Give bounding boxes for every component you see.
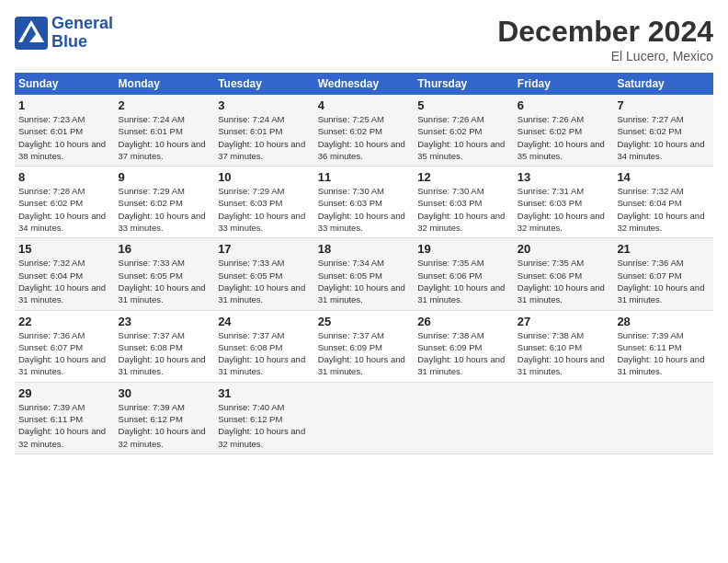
day-cell: 26 Sunrise: 7:38 AMSunset: 6:09 PMDaylig… (414, 310, 514, 382)
day-number: 10 (218, 170, 311, 184)
day-cell: 1 Sunrise: 7:23 AMSunset: 6:01 PMDayligh… (15, 95, 115, 167)
day-cell: 16 Sunrise: 7:33 AMSunset: 6:05 PMDaylig… (115, 238, 215, 310)
day-info: Sunrise: 7:23 AMSunset: 6:01 PMDaylight:… (18, 113, 111, 162)
subtitle: El Lucero, Mexico (497, 49, 713, 63)
day-number: 12 (417, 170, 510, 184)
day-cell: 10 Sunrise: 7:29 AMSunset: 6:03 PMDaylig… (214, 167, 314, 238)
day-info: Sunrise: 7:40 AMSunset: 6:12 PMDaylight:… (218, 401, 311, 450)
day-cell: 4 Sunrise: 7:25 AMSunset: 6:02 PMDayligh… (314, 95, 415, 167)
day-cell: 20 Sunrise: 7:35 AMSunset: 6:06 PMDaylig… (514, 238, 614, 310)
day-cell: 13 Sunrise: 7:31 AMSunset: 6:03 PMDaylig… (514, 167, 614, 238)
logo: General Blue (15, 15, 113, 52)
day-cell: 3 Sunrise: 7:24 AMSunset: 6:01 PMDayligh… (214, 95, 314, 167)
header-cell-sunday: Sunday (15, 73, 115, 95)
day-number: 18 (318, 242, 411, 256)
title-block: December 2024 El Lucero, Mexico (497, 15, 713, 63)
day-info: Sunrise: 7:26 AMSunset: 6:02 PMDaylight:… (417, 113, 510, 162)
day-number: 11 (318, 170, 411, 184)
day-cell: 22 Sunrise: 7:36 AMSunset: 6:07 PMDaylig… (15, 310, 115, 382)
day-number: 6 (518, 98, 610, 112)
day-cell: 6 Sunrise: 7:26 AMSunset: 6:02 PMDayligh… (514, 95, 614, 167)
header-cell-wednesday: Wednesday (314, 73, 415, 95)
day-cell: 30 Sunrise: 7:39 AMSunset: 6:12 PMDaylig… (115, 382, 215, 454)
day-info: Sunrise: 7:38 AMSunset: 6:09 PMDaylight:… (417, 329, 510, 378)
day-number: 23 (119, 315, 211, 328)
day-info: Sunrise: 7:39 AMSunset: 6:11 PMDaylight:… (617, 329, 710, 378)
week-row-5: 29 Sunrise: 7:39 AMSunset: 6:11 PMDaylig… (15, 382, 713, 454)
day-info: Sunrise: 7:29 AMSunset: 6:03 PMDaylight:… (218, 185, 311, 234)
day-number: 4 (318, 98, 411, 112)
day-info: Sunrise: 7:30 AMSunset: 6:03 PMDaylight:… (318, 185, 411, 234)
day-number: 9 (119, 170, 211, 184)
day-number: 19 (417, 242, 510, 256)
day-cell: 24 Sunrise: 7:37 AMSunset: 6:08 PMDaylig… (214, 310, 314, 382)
day-number: 29 (18, 386, 111, 400)
day-info: Sunrise: 7:39 AMSunset: 6:12 PMDaylight:… (119, 401, 211, 450)
day-number: 20 (518, 242, 610, 256)
day-cell: 15 Sunrise: 7:32 AMSunset: 6:04 PMDaylig… (15, 238, 115, 310)
day-info: Sunrise: 7:28 AMSunset: 6:02 PMDaylight:… (18, 185, 111, 234)
logo-line2: Blue (51, 33, 113, 52)
day-number: 17 (218, 242, 311, 256)
day-cell: 9 Sunrise: 7:29 AMSunset: 6:02 PMDayligh… (115, 167, 215, 238)
day-cell: 27 Sunrise: 7:38 AMSunset: 6:10 PMDaylig… (514, 310, 614, 382)
day-info: Sunrise: 7:31 AMSunset: 6:03 PMDaylight:… (518, 185, 610, 234)
day-number: 16 (119, 242, 211, 256)
day-cell: 12 Sunrise: 7:30 AMSunset: 6:03 PMDaylig… (414, 167, 514, 238)
week-row-1: 1 Sunrise: 7:23 AMSunset: 6:01 PMDayligh… (15, 95, 713, 167)
day-info: Sunrise: 7:32 AMSunset: 6:04 PMDaylight:… (617, 185, 710, 234)
day-number: 7 (617, 98, 710, 112)
header-cell-tuesday: Tuesday (214, 73, 314, 95)
day-cell: 21 Sunrise: 7:36 AMSunset: 6:07 PMDaylig… (613, 238, 713, 310)
day-cell (414, 382, 514, 454)
day-cell: 11 Sunrise: 7:30 AMSunset: 6:03 PMDaylig… (314, 167, 415, 238)
day-info: Sunrise: 7:24 AMSunset: 6:01 PMDaylight:… (218, 113, 311, 162)
day-info: Sunrise: 7:30 AMSunset: 6:03 PMDaylight:… (417, 185, 510, 234)
logo-icon (15, 17, 48, 50)
day-number: 26 (417, 315, 510, 328)
day-cell (514, 382, 614, 454)
day-info: Sunrise: 7:35 AMSunset: 6:06 PMDaylight:… (518, 257, 610, 305)
day-info: Sunrise: 7:37 AMSunset: 6:09 PMDaylight:… (318, 329, 411, 378)
day-number: 2 (119, 98, 211, 112)
day-info: Sunrise: 7:33 AMSunset: 6:05 PMDaylight:… (119, 257, 211, 305)
day-number: 3 (218, 98, 311, 112)
day-info: Sunrise: 7:39 AMSunset: 6:11 PMDaylight:… (18, 401, 111, 450)
day-number: 27 (518, 315, 610, 328)
day-cell (314, 382, 415, 454)
day-number: 5 (417, 98, 510, 112)
day-info: Sunrise: 7:36 AMSunset: 6:07 PMDaylight:… (18, 329, 111, 378)
day-info: Sunrise: 7:24 AMSunset: 6:01 PMDaylight:… (119, 113, 211, 162)
calendar-table: SundayMondayTuesdayWednesdayThursdayFrid… (15, 73, 713, 454)
day-cell: 17 Sunrise: 7:33 AMSunset: 6:05 PMDaylig… (214, 238, 314, 310)
day-cell: 8 Sunrise: 7:28 AMSunset: 6:02 PMDayligh… (15, 167, 115, 238)
day-number: 31 (218, 386, 311, 400)
page-header: General Blue December 2024 El Lucero, Me… (15, 15, 713, 63)
week-row-2: 8 Sunrise: 7:28 AMSunset: 6:02 PMDayligh… (15, 167, 713, 238)
day-info: Sunrise: 7:36 AMSunset: 6:07 PMDaylight:… (617, 257, 710, 305)
day-number: 28 (617, 315, 710, 328)
day-info: Sunrise: 7:37 AMSunset: 6:08 PMDaylight:… (119, 329, 211, 378)
day-info: Sunrise: 7:29 AMSunset: 6:02 PMDaylight:… (119, 185, 211, 234)
header-row: SundayMondayTuesdayWednesdayThursdayFrid… (15, 73, 713, 95)
header-cell-saturday: Saturday (613, 73, 713, 95)
day-info: Sunrise: 7:26 AMSunset: 6:02 PMDaylight:… (518, 113, 610, 162)
day-cell: 31 Sunrise: 7:40 AMSunset: 6:12 PMDaylig… (214, 382, 314, 454)
day-info: Sunrise: 7:34 AMSunset: 6:05 PMDaylight:… (318, 257, 411, 305)
day-info: Sunrise: 7:37 AMSunset: 6:08 PMDaylight:… (218, 329, 311, 378)
day-cell: 18 Sunrise: 7:34 AMSunset: 6:05 PMDaylig… (314, 238, 415, 310)
day-number: 22 (18, 315, 111, 328)
day-info: Sunrise: 7:38 AMSunset: 6:10 PMDaylight:… (518, 329, 610, 378)
day-cell: 19 Sunrise: 7:35 AMSunset: 6:06 PMDaylig… (414, 238, 514, 310)
day-number: 21 (617, 242, 710, 256)
day-number: 25 (318, 315, 411, 328)
day-number: 30 (119, 386, 211, 400)
day-number: 8 (18, 170, 111, 184)
header-cell-friday: Friday (514, 73, 614, 95)
day-number: 14 (617, 170, 710, 184)
day-cell: 25 Sunrise: 7:37 AMSunset: 6:09 PMDaylig… (314, 310, 415, 382)
day-cell: 14 Sunrise: 7:32 AMSunset: 6:04 PMDaylig… (613, 167, 713, 238)
logo-line1: General (51, 15, 113, 33)
logo-text: General Blue (51, 15, 113, 52)
header-cell-monday: Monday (115, 73, 215, 95)
